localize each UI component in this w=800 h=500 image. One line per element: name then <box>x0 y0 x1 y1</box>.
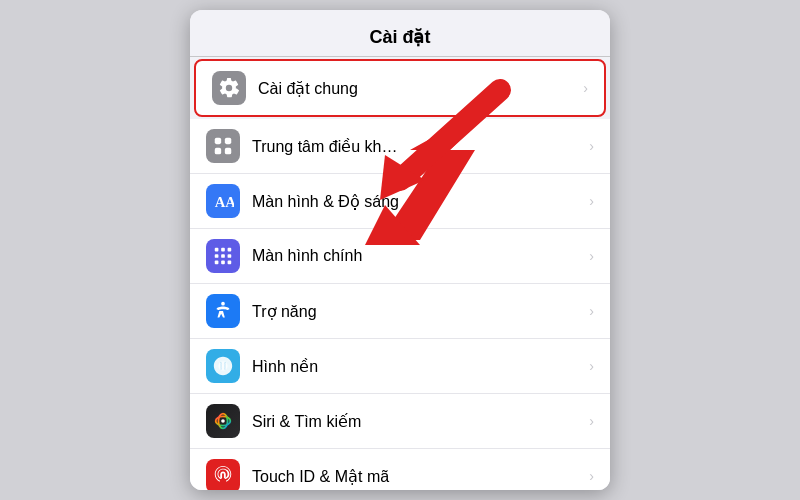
general-label: Cài đặt chung <box>258 79 583 98</box>
general-icon-wrapper <box>212 71 246 105</box>
svg-rect-9 <box>221 254 225 258</box>
wallpaper-label: Hình nền <box>252 357 589 376</box>
svg-rect-2 <box>215 148 221 154</box>
touchid-label: Touch ID & Mật mã <box>252 467 589 486</box>
svg-point-18 <box>221 419 225 423</box>
home-icon-wrapper <box>206 239 240 273</box>
svg-rect-10 <box>228 254 232 258</box>
control-label: Trung tâm điều kh… <box>252 137 589 156</box>
wallpaper-icon-wrapper <box>206 349 240 383</box>
accessibility-icon-wrapper <box>206 294 240 328</box>
svg-rect-7 <box>228 248 232 252</box>
wallpaper-chevron: › <box>589 358 594 374</box>
page-header: Cài đặt <box>190 10 610 57</box>
touchid-icon-wrapper <box>206 459 240 490</box>
svg-rect-11 <box>215 261 219 265</box>
siri-icon-wrapper <box>206 404 240 438</box>
svg-rect-5 <box>215 248 219 252</box>
control-center-icon <box>212 135 234 157</box>
display-icon-wrapper: AA <box>206 184 240 218</box>
settings-item-control[interactable]: Trung tâm điều kh… › <box>190 119 610 174</box>
svg-rect-12 <box>221 261 225 265</box>
svg-rect-13 <box>228 261 232 265</box>
accessibility-label: Trợ năng <box>252 302 589 321</box>
settings-list: Cài đặt chung › Trung tâm điều kh… › AA <box>190 59 610 490</box>
siri-chevron: › <box>589 413 594 429</box>
home-chevron: › <box>589 248 594 264</box>
phone-container: Cài đặt Cài đặt chung › Trung <box>190 10 610 490</box>
general-chevron: › <box>583 80 588 96</box>
home-screen-icon <box>212 245 234 267</box>
display-label: Màn hình & Độ sáng <box>252 192 589 211</box>
settings-item-wallpaper[interactable]: Hình nền › <box>190 339 610 394</box>
page-title: Cài đặt <box>369 27 430 47</box>
svg-rect-1 <box>225 138 231 144</box>
settings-item-touchid[interactable]: Touch ID & Mật mã › <box>190 449 610 490</box>
siri-icon <box>212 410 234 432</box>
svg-rect-0 <box>215 138 221 144</box>
svg-point-14 <box>221 302 225 306</box>
siri-label: Siri & Tìm kiếm <box>252 412 589 431</box>
display-chevron: › <box>589 193 594 209</box>
wallpaper-icon <box>212 355 234 377</box>
touchid-icon <box>212 465 234 487</box>
settings-item-home[interactable]: Màn hình chính › <box>190 229 610 284</box>
accessibility-icon <box>212 300 234 322</box>
accessibility-chevron: › <box>589 303 594 319</box>
svg-rect-8 <box>215 254 219 258</box>
svg-text:AA: AA <box>215 194 234 210</box>
svg-rect-6 <box>221 248 225 252</box>
settings-item-general[interactable]: Cài đặt chung › <box>194 59 606 117</box>
touchid-chevron: › <box>589 468 594 484</box>
gear-icon <box>218 77 240 99</box>
settings-item-siri[interactable]: Siri & Tìm kiếm › <box>190 394 610 449</box>
control-icon-wrapper <box>206 129 240 163</box>
settings-item-display[interactable]: AA Màn hình & Độ sáng › <box>190 174 610 229</box>
display-icon: AA <box>212 190 234 212</box>
control-chevron: › <box>589 138 594 154</box>
svg-rect-3 <box>225 148 231 154</box>
home-label: Màn hình chính <box>252 247 589 265</box>
settings-item-accessibility[interactable]: Trợ năng › <box>190 284 610 339</box>
